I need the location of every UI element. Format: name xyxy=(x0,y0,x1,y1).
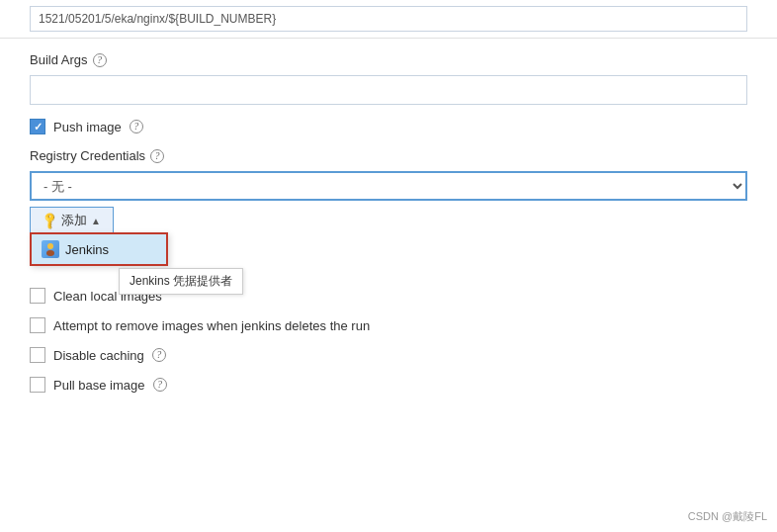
push-image-label: Push image xyxy=(53,120,122,134)
push-image-row: Push image ? xyxy=(0,105,777,134)
main-container: Build Args ? Push image ? Registry Crede… xyxy=(0,0,777,532)
build-args-label: Build Args xyxy=(30,52,88,67)
jenkins-item-label: Jenkins xyxy=(65,242,109,257)
key-icon: 🔑 xyxy=(40,211,60,231)
watermark: CSDN @戴陵FL xyxy=(688,509,767,524)
registry-credentials-label: Registry Credentials xyxy=(30,148,145,163)
svg-point-0 xyxy=(47,243,53,249)
disable-caching-row: Disable caching ? xyxy=(0,333,777,363)
disable-caching-help-icon[interactable]: ? xyxy=(152,348,166,362)
credentials-dropdown-menu: Jenkins xyxy=(30,232,168,266)
push-image-checkbox[interactable] xyxy=(30,119,45,134)
attempt-remove-row: Attempt to remove images when jenkins de… xyxy=(0,304,777,333)
pull-base-image-checkbox[interactable] xyxy=(30,377,45,393)
add-button-arrow: ▲ xyxy=(91,216,101,226)
pull-base-image-help-icon[interactable]: ? xyxy=(153,378,167,392)
registry-credentials-section: Registry Credentials ? - 无 - xyxy=(0,134,777,201)
add-button-row: 🔑 添加 ▲ Jenkins Jenkins 凭据提供者 xyxy=(0,201,777,234)
svg-point-1 xyxy=(46,250,54,256)
jenkins-credentials-item[interactable]: Jenkins xyxy=(32,234,166,264)
attempt-remove-label: Attempt to remove images when jenkins de… xyxy=(53,318,370,333)
registry-credentials-select[interactable]: - 无 - xyxy=(30,171,747,201)
jenkins-icon xyxy=(42,240,59,258)
clean-local-images-checkbox[interactable] xyxy=(30,288,45,304)
add-credentials-button[interactable]: 🔑 添加 ▲ xyxy=(30,207,114,234)
build-args-help-icon[interactable]: ? xyxy=(93,53,107,67)
build-args-label-row: Build Args ? xyxy=(30,52,747,67)
top-input-field[interactable] xyxy=(30,6,747,32)
attempt-remove-checkbox[interactable] xyxy=(30,317,45,333)
add-button-label: 添加 xyxy=(61,212,87,229)
build-args-input[interactable] xyxy=(30,75,747,105)
registry-credentials-label-row: Registry Credentials ? xyxy=(30,148,747,163)
push-image-help-icon[interactable]: ? xyxy=(130,120,143,133)
pull-base-image-row: Pull base image ? xyxy=(0,363,777,393)
registry-credentials-help-icon[interactable]: ? xyxy=(150,149,164,163)
pull-base-image-label: Pull base image xyxy=(53,378,145,393)
jenkins-tooltip: Jenkins 凭据提供者 xyxy=(119,268,243,295)
disable-caching-label: Disable caching xyxy=(53,348,144,363)
disable-caching-checkbox[interactable] xyxy=(30,347,45,363)
build-args-section: Build Args ? xyxy=(0,39,777,105)
top-input-row xyxy=(0,0,777,39)
clean-local-images-row: Clean local images xyxy=(0,284,777,304)
